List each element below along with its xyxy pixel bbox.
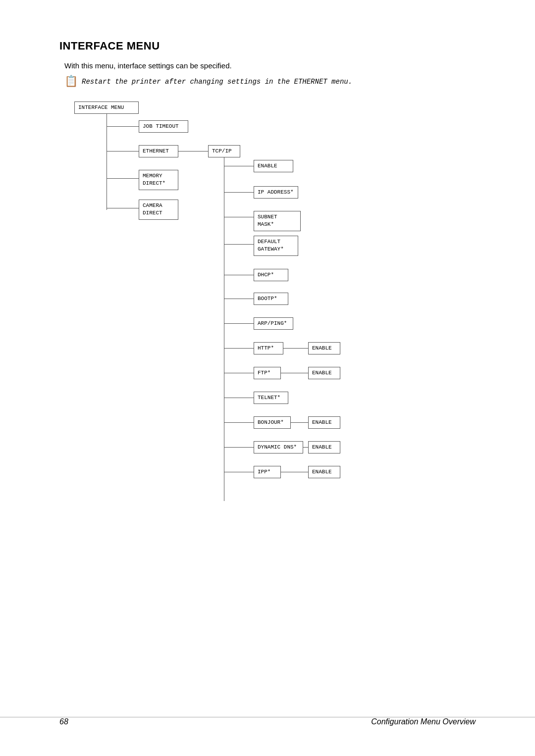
box-http: HTTP* xyxy=(254,342,283,354)
box-ipp: IPP* xyxy=(254,466,281,478)
box-dynamic-dns: DYNAMIC DNS* xyxy=(254,441,303,454)
box-memory-direct: MEMORY DIRECT* xyxy=(139,170,178,190)
footer-title: Configuration Menu Overview xyxy=(371,717,476,726)
box-ethernet: ETHERNET xyxy=(139,145,178,157)
box-enable-1: ENABLE xyxy=(254,160,293,172)
box-enable-http: ENABLE xyxy=(308,342,340,354)
diagram: INTERFACE MENU JOB TIMEOUT ETHERNET MEMO… xyxy=(74,101,446,547)
box-tcp-ip: TCP/IP xyxy=(208,145,240,157)
box-subnet-mask: SUBNET MASK* xyxy=(254,211,301,231)
note-icon: 📋 xyxy=(64,75,78,88)
box-dhcp: DHCP* xyxy=(254,269,288,281)
box-default-gateway: DEFAULT GATEWAY* xyxy=(254,236,298,256)
box-ip-address: IP ADDRESS* xyxy=(254,186,298,199)
note-text: Restart the printer after changing setti… xyxy=(82,77,352,86)
box-bonjour: BONJOUR* xyxy=(254,416,291,429)
box-ftp: FTP* xyxy=(254,367,281,379)
box-enable-ftp: ENABLE xyxy=(308,367,340,379)
footer: 68 Configuration Menu Overview xyxy=(0,717,535,726)
box-bootp: BOOTP* xyxy=(254,293,288,305)
box-telnet: TELNET* xyxy=(254,392,288,404)
note-em-italic: Restart the printer after changing setti… xyxy=(82,78,352,86)
page: INTERFACE MENU With this menu, interface… xyxy=(0,0,535,756)
box-job-timeout: JOB TIMEOUT xyxy=(139,120,188,133)
box-camera-direct: CAMERA DIRECT xyxy=(139,200,178,220)
box-enable-dynamic-dns: ENABLE xyxy=(308,441,340,454)
intro-text: With this menu, interface settings can b… xyxy=(64,61,476,70)
note-line: 📋 Restart the printer after changing set… xyxy=(64,75,476,88)
box-arp-ping: ARP/PING* xyxy=(254,317,293,330)
footer-page-number: 68 xyxy=(59,717,68,726)
page-title: INTERFACE MENU xyxy=(59,40,476,52)
box-enable-ipp: ENABLE xyxy=(308,466,340,478)
box-enable-bonjour: ENABLE xyxy=(308,416,340,429)
box-interface-menu: INTERFACE MENU xyxy=(74,101,139,114)
tree-area: INTERFACE MENU JOB TIMEOUT ETHERNET MEMO… xyxy=(74,101,476,547)
